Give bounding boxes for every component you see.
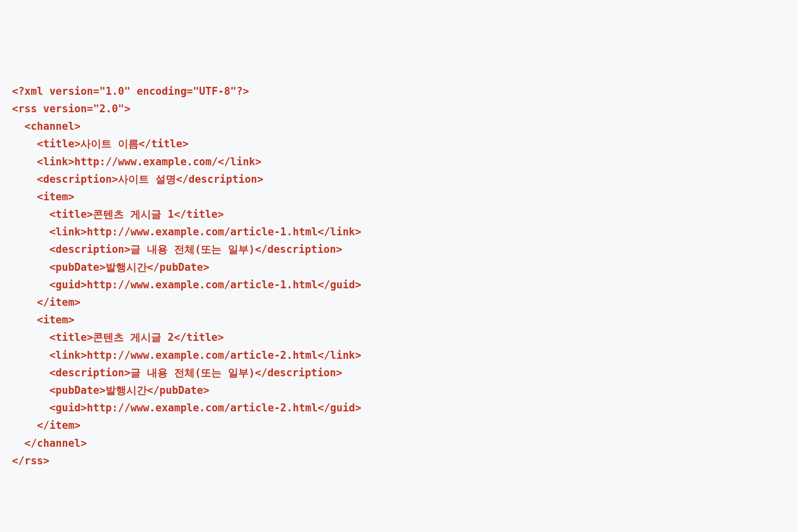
code-line: <channel> [12, 120, 80, 132]
code-line: </channel> [12, 437, 87, 449]
code-line: <description>글 내용 전체(또는 일부)</description… [12, 367, 342, 379]
code-line: </rss> [12, 455, 49, 467]
code-line: <title>콘텐츠 게시글 2</title> [12, 331, 224, 343]
code-line: <item> [12, 191, 75, 203]
code-line: <link>http://www.example.com/</link> [12, 156, 261, 168]
code-line: <pubDate>발행시간</pubDate> [12, 384, 209, 396]
xml-code-block: <?xml version="1.0" encoding="UTF-8"?> <… [12, 82, 785, 469]
code-line: <link>http://www.example.com/article-1.h… [12, 226, 361, 238]
code-line: <link>http://www.example.com/article-2.h… [12, 349, 361, 361]
code-line: <guid>http://www.example.com/article-2.h… [12, 402, 361, 414]
code-line: <guid>http://www.example.com/article-1.h… [12, 279, 361, 291]
code-line: <description>사이트 설명</description> [12, 173, 263, 185]
code-line: <?xml version="1.0" encoding="UTF-8"?> [12, 85, 249, 97]
code-line: <rss version="2.0"> [12, 103, 130, 115]
code-line: <pubDate>발행시간</pubDate> [12, 261, 209, 273]
code-line: <item> [12, 314, 75, 326]
code-line: <title>콘텐츠 게시글 1</title> [12, 208, 224, 220]
code-line: <description>글 내용 전체(또는 일부)</description… [12, 243, 342, 255]
code-line: <title>사이트 이름</title> [12, 138, 188, 150]
code-line: </item> [12, 419, 80, 431]
code-line: </item> [12, 296, 80, 308]
